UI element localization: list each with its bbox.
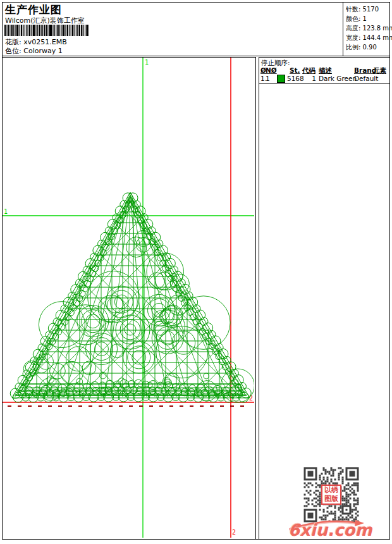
worksheet-page: 生产作业图 Wilcom(汇京)装饰工作室 花版: xv0251.EMB 色位:… — [2, 2, 390, 540]
stat-row: 比例: 0.90 — [346, 42, 389, 52]
cell-code: 1 — [302, 75, 316, 82]
stat-row: 颜色: 1 — [346, 14, 389, 23]
cell-brand: Default — [354, 75, 378, 82]
column-header-st: St. — [290, 66, 300, 74]
stat-row: 针数: 5170 — [346, 4, 389, 14]
panel-separator — [259, 83, 390, 84]
cell-no: 1 — [266, 75, 270, 82]
qr-seal-text-bottom: 图版 — [322, 495, 340, 504]
column-header-code: 代码 — [302, 66, 315, 75]
cell-desc: Dark Green — [319, 75, 357, 82]
design-barcode-icon — [4, 25, 89, 36]
embroidery-design: 1122 — [3, 58, 254, 538]
stop-sequence-panel: 停止顺序: ØNØSt.代码描述Brand元素 1.151681Dark Gre… — [259, 57, 390, 540]
6xiu-logo[interactable]: 6xiu.com — [287, 517, 368, 540]
svg-text:1: 1 — [4, 208, 8, 215]
thread-color-chip — [277, 75, 285, 83]
column-header-no: NØ — [266, 66, 277, 74]
cell-st: 5168 — [287, 75, 304, 82]
stat-row: 高度: 123.8 mm — [346, 23, 389, 33]
page-title: 生产作业图 — [5, 3, 62, 17]
qr-seal: 以绣 图版 — [321, 485, 341, 505]
header: 生产作业图 Wilcom(汇京)装饰工作室 花版: xv0251.EMB 色位:… — [3, 3, 389, 56]
studio-name: Wilcom(汇京)装饰工作室 — [5, 16, 85, 25]
colorway-field: 色位: Colorway 1 — [5, 46, 63, 56]
svg-text:2: 2 — [232, 529, 236, 536]
site-name: 6xiu.com — [288, 521, 372, 540]
column-header-desc: 描述 — [319, 66, 332, 75]
svg-text:1: 1 — [145, 59, 149, 66]
stat-row: 宽度: 144.4 mm — [346, 33, 389, 42]
design-canvas: 1122 — [3, 57, 256, 540]
design-file-label: 花版: — [5, 38, 21, 46]
colorway-value: Colorway 1 — [23, 47, 62, 55]
design-file-value: xv0251.EMB — [23, 38, 67, 46]
design-stats: 针数: 5170颜色: 1高度: 123.8 mm宽度: 144.4 mm比例:… — [343, 3, 389, 56]
design-file-field: 花版: xv0251.EMB — [5, 37, 67, 47]
column-header-element: 元素 — [373, 66, 386, 75]
qr-seal-text-top: 以绣 — [322, 486, 340, 495]
colorway-label: 色位: — [5, 47, 21, 55]
